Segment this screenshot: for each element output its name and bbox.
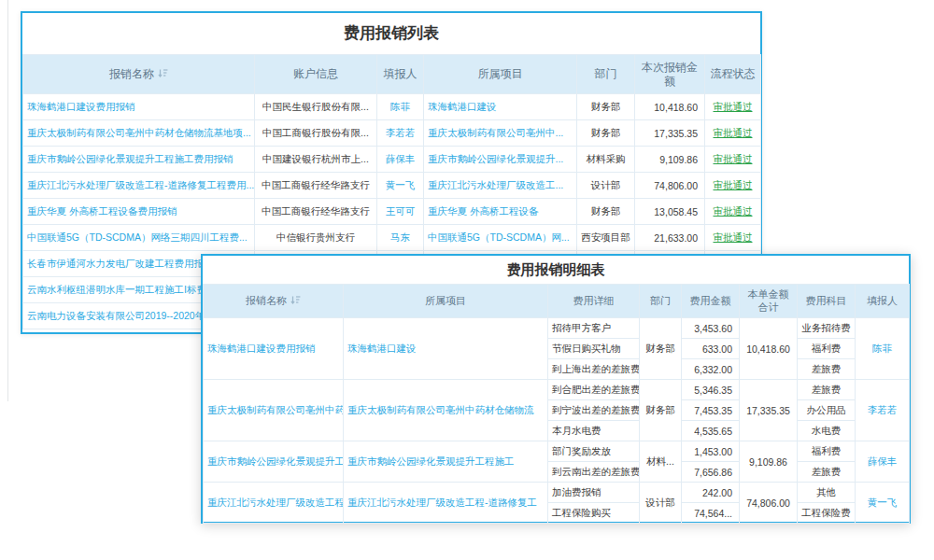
cell-expense-category: 福利费 [798,339,856,359]
cell-amount: 9,109.86 [635,147,705,173]
cell-flow-status[interactable]: 审批通过 [705,120,761,147]
col-header-label: 账户信息 [293,67,338,80]
detail-header-row: 报销名称所属项目费用详细部门费用金额本单金额合计费用科目填报人 [204,285,910,318]
cell-reimburse-name[interactable]: 重庆江北污水处理厂级改造工程-道路修复工程费用... [23,173,255,199]
list-table-row: 重庆太极制药有限公司亳州中药材仓储物流基地项...中国工商银行股份有限...李若… [23,120,761,147]
cell-reporter[interactable]: 陈菲 [377,94,424,120]
cell-reporter[interactable]: 黄一飞 [377,173,424,199]
cell-reimburse-name[interactable]: 珠海鹤港口建设费用报销 [204,318,344,380]
cell-expense-detail: 到上海出差的差旅费 [548,359,640,380]
cell-reporter[interactable]: 李若若 [377,120,424,147]
col-header-project: 所属项目 [424,55,577,94]
cell-expense-detail: 部门奖励发放 [548,441,640,462]
cell-project[interactable]: 重庆华夏 外高桥工程设备 [424,199,577,225]
col-header-reporter: 填报人 [377,55,424,94]
cell-flow-status[interactable]: 审批通过 [705,173,761,199]
cell-project[interactable]: 重庆太极制药有限公司亳州中药材仓储物流 [344,380,548,441]
cell-reporter[interactable]: 薛保丰 [856,441,910,483]
col-header-project: 所属项目 [344,285,548,318]
cell-total-amount: 17,335.35 [740,380,798,441]
cell-project[interactable]: 重庆太极制药有限公司亳州中... [424,120,577,147]
cell-department: 设计部 [577,173,635,199]
cell-total-amount: 10,418.60 [740,318,798,380]
cell-reimburse-name[interactable]: 中国联通5G（TD-SCDMA）网络三期四川工程费... [23,225,255,251]
cell-project[interactable]: 重庆江北污水处理厂级改造工... [424,173,577,199]
cell-department: 财务部 [577,94,635,120]
cell-project[interactable]: 重庆市鹅岭公园绿化景观提升工程施工 [344,441,548,483]
cell-amount: 13,058.45 [635,199,705,225]
col-header-label: 所属项目 [425,295,466,306]
detail-table-row: 重庆市鹅岭公园绿化景观提升工程重庆市鹅岭公园绿化景观提升工程施工部门奖励发放材料… [204,441,910,462]
list-table-row: 重庆华夏 外高桥工程设备费用报销中国工商银行经华路支行王可可重庆华夏 外高桥工程… [23,199,761,225]
cell-account-info: 中信银行贵州支行 [255,225,377,251]
cell-expense-category: 业务招待费 [798,318,856,339]
cell-project[interactable]: 重庆江北污水处理厂级改造工程-道路修复工 [344,483,548,524]
list-table-row: 中国联通5G（TD-SCDMA）网络三期四川工程费...中信银行贵州支行马东中国… [23,225,761,251]
cell-expense-category: 其他 [798,483,856,503]
cell-reimburse-name[interactable]: 重庆华夏 外高桥工程设备费用报销 [23,199,255,225]
cell-expense-amount: 1,453.00 [682,441,740,462]
sort-icon[interactable] [158,68,168,78]
detail-table-row: 重庆江北污水处理厂级改造工程-重庆江北污水处理厂级改造工程-道路修复工加油费报销… [204,483,910,503]
cell-account-info: 中国工商银行经华路支行 [255,173,377,199]
sort-icon[interactable] [290,295,301,305]
detail-table-row: 重庆太极制药有限公司亳州中药材重庆太极制药有限公司亳州中药材仓储物流到合肥出差的… [204,380,910,400]
cell-project[interactable]: 中国联通5G（TD-SCDMA）网... [424,225,577,251]
cell-expense-amount: 3,453.60 [682,318,740,339]
cell-flow-status[interactable]: 审批通过 [705,199,761,225]
cell-reimburse-name[interactable]: 珠海鹤港口建设费用报销 [23,94,255,120]
cell-expense-detail: 工程保险购买 [548,503,640,524]
cell-expense-detail: 到云南出差的差旅费 [548,462,640,483]
col-header-expense-detail: 费用详细 [548,285,640,318]
cell-amount: 10,418.60 [635,94,705,120]
cell-expense-amount: 4,535.65 [682,421,740,441]
cell-reimburse-name[interactable]: 重庆太极制药有限公司亳州中药材仓储物流基地项... [23,120,255,147]
col-header-reimburse-name: 报销名称 [204,285,344,318]
cell-expense-detail: 到宁波出差的差旅费 [548,400,640,421]
cell-expense-category: 办公用品 [798,400,856,421]
cell-reporter[interactable]: 黄一飞 [856,483,910,524]
cell-account-info: 中国建设银行杭州市上... [255,147,377,173]
cell-department: 财务部 [577,199,635,225]
cell-department: 材料采购 [577,147,635,173]
cell-reimburse-name[interactable]: 重庆江北污水处理厂级改造工程- [204,483,344,524]
cell-account-info: 中国民生银行股份有限... [255,94,377,120]
cell-project[interactable]: 重庆市鹅岭公园绿化景观提升... [424,147,577,173]
cell-reporter[interactable]: 王可可 [377,199,424,225]
col-header-label: 所属项目 [478,67,523,80]
cell-project[interactable]: 珠海鹤港口建设 [344,318,548,380]
cell-expense-amount: 5,346.35 [682,380,740,400]
cell-expense-category: 水电费 [798,421,856,441]
cell-reporter[interactable]: 李若若 [856,380,910,441]
cell-reporter[interactable]: 薛保丰 [377,147,424,173]
col-header-expense-category: 费用科目 [798,285,856,318]
col-header-amount: 本次报销金额 [635,55,705,94]
cell-reimburse-name[interactable]: 重庆太极制药有限公司亳州中药材 [204,380,344,441]
col-header-department: 部门 [640,285,682,318]
cell-reporter[interactable]: 马东 [377,225,424,251]
col-header-label: 报销名称 [109,67,154,80]
cell-flow-status[interactable]: 审批通过 [705,147,761,173]
cell-flow-status[interactable]: 审批通过 [705,94,761,120]
col-header-label: 报销名称 [246,295,287,306]
cell-expense-detail: 节假日购买礼物 [548,339,640,359]
cell-department: 材料... [640,441,682,483]
cell-expense-category: 差旅费 [798,462,856,483]
detail-table-title: 费用报销明细表 [203,256,909,284]
cell-reimburse-name[interactable]: 重庆市鹅岭公园绿化景观提升工程 [204,441,344,483]
col-header-label: 本单金额合计 [748,288,789,313]
cell-flow-status[interactable]: 审批通过 [705,225,761,251]
page-edge-line [7,0,8,401]
cell-expense-amount: 74,564... [682,503,740,524]
col-header-reimburse-name: 报销名称 [23,55,255,94]
cell-project[interactable]: 珠海鹤港口建设 [424,94,577,120]
col-header-label: 部门 [650,295,671,306]
detail-table-row: 珠海鹤港口建设费用报销珠海鹤港口建设招待甲方客户财务部3,453.6010,41… [204,318,910,339]
cell-reimburse-name[interactable]: 重庆市鹅岭公园绿化景观提升工程施工费用报销 [23,147,255,173]
col-header-label: 填报人 [867,295,898,306]
list-table-title: 费用报销列表 [22,13,760,54]
list-table-row: 珠海鹤港口建设费用报销中国民生银行股份有限...陈菲珠海鹤港口建设财务部10,4… [23,94,761,120]
cell-department: 财务部 [577,120,635,147]
cell-expense-amount: 242.00 [682,483,740,503]
cell-reporter[interactable]: 陈菲 [856,318,910,380]
